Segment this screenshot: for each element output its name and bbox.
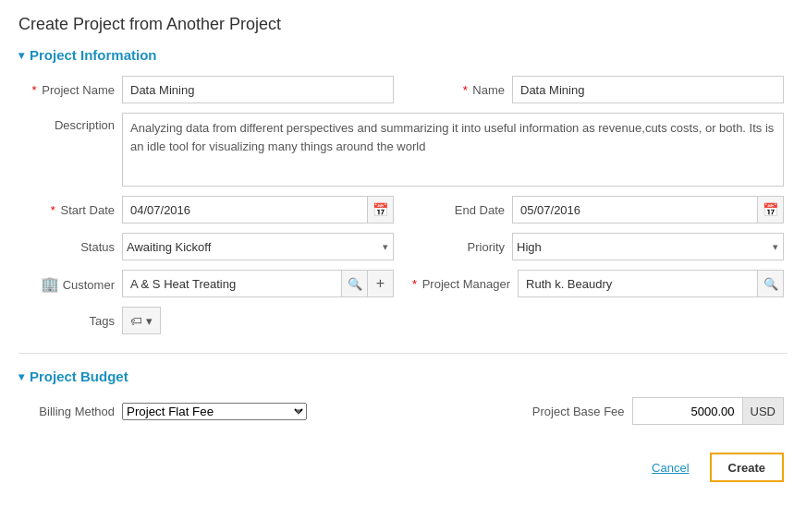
project-manager-row: * Project Manager 🔍 — [412, 270, 784, 297]
tags-button[interactable]: 🏷 ▾ — [122, 307, 161, 334]
customer-row: 🏢 Customer 🔍 + — [22, 270, 394, 297]
project-manager-wrapper: 🔍 — [518, 270, 784, 297]
status-row: Status Awaiting Kickoff In Progress Comp… — [22, 233, 394, 260]
project-information-section: ▾ Project Information * Project Name * N… — [18, 47, 788, 334]
project-info-label: Project Information — [30, 47, 157, 63]
priority-select-wrapper: High Medium Low ▾ — [512, 233, 784, 260]
priority-label: Priority — [412, 240, 505, 254]
end-date-input[interactable] — [512, 196, 758, 224]
search-icon: 🔍 — [763, 277, 778, 291]
name-label: * Name — [412, 83, 505, 97]
project-info-form: * Project Name * Name Description Analyz… — [18, 76, 788, 334]
billing-method-label: Billing Method — [22, 405, 115, 418]
customer-icon: 🏢 — [41, 276, 59, 292]
project-base-fee-label: Project Base Fee — [532, 405, 625, 418]
page-title: Create Project from Another Project — [18, 15, 788, 34]
currency-badge: USD — [743, 397, 784, 425]
project-manager-search-button[interactable]: 🔍 — [758, 270, 784, 297]
priority-select[interactable]: High Medium Low — [512, 233, 784, 260]
footer-buttons: Cancel Create — [18, 453, 788, 482]
tags-row-spacer — [412, 307, 784, 334]
billing-method-select[interactable]: Project Flat Fee Fixed Price Time & Mate… — [122, 403, 307, 420]
project-name-label: * Project Name — [22, 83, 115, 97]
description-label: Description — [22, 113, 115, 132]
end-date-row: End Date 📅 — [412, 196, 784, 224]
priority-row: Priority High Medium Low ▾ — [412, 233, 784, 260]
name-row: * Name — [412, 76, 784, 103]
customer-label: 🏢 Customer — [22, 275, 115, 293]
start-date-calendar-button[interactable]: 📅 — [368, 196, 394, 224]
status-label: Status — [22, 240, 115, 254]
customer-search-button[interactable]: 🔍 — [342, 270, 368, 297]
end-date-wrapper: 📅 — [512, 196, 784, 224]
project-budget-label: Project Budget — [30, 369, 128, 384]
budget-form: Billing Method Project Flat Fee Fixed Pr… — [18, 397, 788, 425]
search-icon: 🔍 — [348, 277, 362, 291]
tags-label: Tags — [22, 314, 115, 328]
description-input[interactable]: Analyzing data from different perspectiv… — [122, 113, 784, 187]
status-select-wrapper: Awaiting Kickoff In Progress Completed O… — [122, 233, 394, 260]
start-date-input[interactable] — [122, 196, 368, 224]
customer-input[interactable] — [122, 270, 342, 297]
base-fee-wrapper: USD — [632, 397, 784, 425]
start-date-row: * Start Date 📅 — [22, 196, 394, 224]
project-manager-input[interactable] — [518, 270, 758, 297]
customer-input-wrapper: 🔍 + — [122, 270, 394, 297]
start-date-wrapper: 📅 — [122, 196, 394, 224]
project-info-toggle[interactable]: ▾ Project Information — [18, 47, 788, 63]
base-fee-input[interactable] — [632, 397, 743, 425]
calendar-icon: 📅 — [372, 202, 388, 217]
start-date-label: * Start Date — [22, 203, 115, 217]
section-divider — [18, 353, 788, 354]
project-name-row: * Project Name — [22, 76, 394, 103]
description-row: Description Analyzing data from differen… — [22, 113, 784, 187]
project-budget-toggle[interactable]: ▾ Project Budget — [18, 369, 788, 384]
project-name-input[interactable] — [122, 76, 394, 103]
cancel-button[interactable]: Cancel — [641, 453, 700, 482]
add-icon: + — [376, 275, 385, 292]
customer-add-button[interactable]: + — [368, 270, 394, 297]
project-manager-label: * Project Manager — [412, 277, 510, 291]
status-select[interactable]: Awaiting Kickoff In Progress Completed O… — [122, 233, 394, 260]
project-budget-section: ▾ Project Budget Billing Method Project … — [18, 369, 788, 425]
create-button[interactable]: Create — [710, 453, 784, 482]
tag-icon: 🏷 — [130, 314, 142, 328]
project-base-fee-row: Project Base Fee USD — [532, 397, 784, 425]
end-date-label: End Date — [412, 203, 505, 217]
chevron-down-icon: ▾ — [18, 49, 24, 62]
billing-method-wrapper: Project Flat Fee Fixed Price Time & Mate… — [122, 403, 307, 420]
calendar-icon: 📅 — [763, 202, 778, 217]
billing-method-row: Billing Method Project Flat Fee Fixed Pr… — [22, 403, 307, 420]
end-date-calendar-button[interactable]: 📅 — [758, 196, 784, 224]
name-input[interactable] — [512, 76, 784, 103]
budget-chevron-icon: ▾ — [18, 370, 24, 383]
tags-row: Tags 🏷 ▾ — [22, 307, 394, 334]
tags-dropdown-icon: ▾ — [146, 314, 153, 328]
